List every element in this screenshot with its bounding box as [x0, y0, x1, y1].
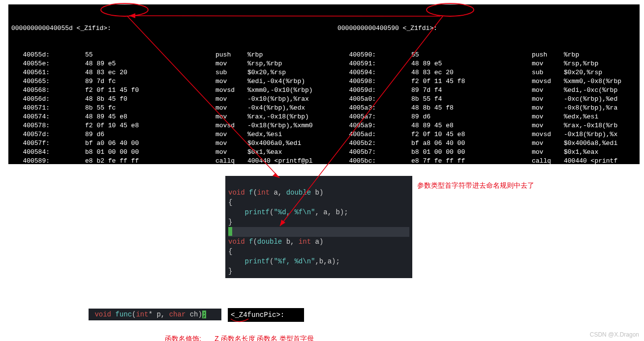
- source-code-func: void func(int* p, char ch);: [89, 309, 221, 320]
- fn-name: f: [245, 189, 253, 197]
- disasm-left-header: 000000000040055d <_Z1fid>:: [11, 24, 332, 33]
- source-code-block: void f(int a, double b) { printf("%d, %f…: [225, 176, 412, 278]
- mangled-name-output: <_Z4funcPic>:: [228, 308, 304, 322]
- disasm-right-body: 400590:55push%rbp 400591:48 89 e5mov%rsp…: [337, 51, 637, 164]
- annotation-note-1: 参数类型首字符带进去命名规则中去了: [417, 181, 534, 190]
- kw-void: void: [228, 189, 245, 197]
- disasm-right: 0000000000400590 <_Z1fdi>: 400590:55push…: [335, 4, 640, 164]
- kw-int: int: [257, 189, 270, 197]
- kw-double: double: [286, 189, 311, 197]
- cursor-icon: [228, 227, 232, 236]
- disasm-left: 000000000040055d <_Z1fid>: 40055d:55push…: [8, 4, 335, 164]
- watermark: CSDN @X.Dragon: [590, 331, 639, 338]
- disasm-left-body: 40055d:55push%rbp 40055e:48 89 e5mov%rsp…: [11, 51, 332, 164]
- annotation-note-2: 函数名修饰: _Z 函数名长度 函数名 类型首字母: [165, 335, 314, 341]
- highlight-line: [228, 227, 409, 237]
- disasm-right-header: 0000000000400590 <_Z1fdi>:: [337, 24, 637, 33]
